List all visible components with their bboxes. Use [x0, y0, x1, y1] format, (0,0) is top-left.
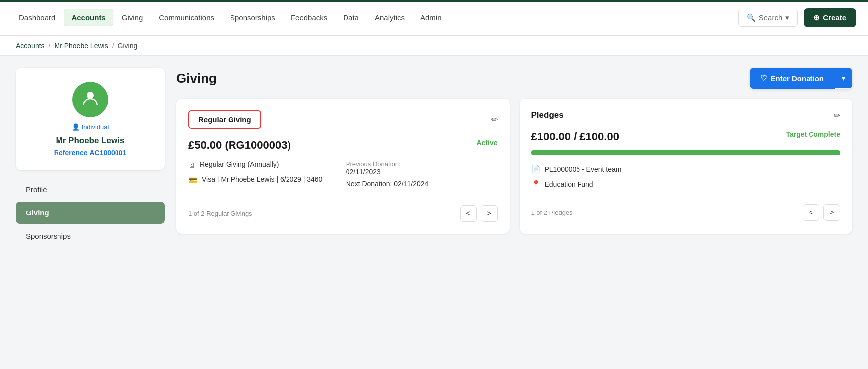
search-icon: 🔍 [747, 13, 756, 22]
pledges-title: Pledges [531, 110, 564, 120]
profile-name: Mr Phoebe Lewis [26, 136, 155, 146]
target-complete-badge: Target Complete [786, 130, 840, 138]
breadcrumb-sep-1: / [49, 42, 51, 50]
nav-item-accounts[interactable]: Accounts [64, 9, 113, 26]
breadcrumb-sep-2: / [112, 42, 114, 50]
sidebar-nav: Profile Giving Sponsorships [16, 178, 165, 247]
giving-detail-left: 🗓 Regular Giving (Annually) 💳 Visa | Mr … [188, 160, 340, 188]
nav-item-admin[interactable]: Admin [413, 9, 449, 26]
progress-bar-container [531, 150, 841, 155]
document-icon: 📄 [531, 165, 541, 174]
avatar [72, 82, 108, 117]
nav-item-feedbacks[interactable]: Feedbacks [284, 9, 334, 26]
sidebar-item-sponsorships[interactable]: Sponsorships [16, 225, 165, 247]
content-area: Giving ♡ Enter Donation ▾ Regular Giving… [176, 68, 852, 356]
nav-item-data[interactable]: Data [336, 9, 366, 26]
profile-reference: Reference AC1000001 [26, 149, 155, 157]
status-badge: Active [476, 139, 497, 147]
pledges-pagination-label: 1 of 2 Pledges [531, 209, 573, 216]
breadcrumb: Accounts / Mr Phoebe Lewis / Giving [0, 36, 868, 56]
pledges-edit-icon[interactable]: ✏ [834, 111, 840, 120]
chevron-down-icon: ▾ [785, 13, 789, 22]
pledge-amount: £100.00 / £100.00 [531, 130, 619, 143]
svg-point-0 [87, 92, 94, 99]
person-icon [81, 89, 99, 110]
pledges-prev-btn[interactable]: < [803, 204, 819, 221]
previous-donation-label: Previous Donation: [346, 160, 498, 168]
individual-badge: 👤 Individual [26, 123, 155, 131]
pledges-card-footer: 1 of 2 Pledges < > [531, 197, 841, 221]
regular-giving-prev-btn[interactable]: < [460, 205, 477, 222]
regular-giving-tab[interactable]: Regular Giving [188, 110, 261, 129]
calendar-icon: 🗓 [188, 161, 196, 169]
giving-details: 🗓 Regular Giving (Annually) 💳 Visa | Mr … [188, 160, 498, 188]
enter-donation-main-button[interactable]: ♡ Enter Donation [750, 68, 835, 89]
nav-item-giving[interactable]: Giving [115, 9, 150, 26]
sidebar-item-profile[interactable]: Profile [16, 178, 165, 201]
pledges-card: Pledges ✏ £100.00 / £100.00 Target Compl… [520, 99, 853, 234]
credit-card-icon: 💳 [188, 176, 198, 185]
breadcrumb-person[interactable]: Mr Phoebe Lewis [54, 42, 108, 50]
regular-giving-pagination-btns: < > [460, 205, 498, 222]
regular-giving-card-footer: 1 of 2 Regular Givings < > [188, 198, 498, 222]
heart-icon: ♡ [760, 74, 767, 83]
payment-row: 💳 Visa | Mr Phoebe Lewis | 6/2029 | 3460 [188, 175, 340, 185]
pledges-next-btn[interactable]: > [823, 204, 840, 221]
pledge-id-text: PL1000005 - Event team [545, 165, 622, 173]
pledge-fund-row: 📍 Education Fund [531, 180, 841, 189]
sidebar: 👤 Individual Mr Phoebe Lewis Reference A… [16, 68, 165, 356]
payment-text: Visa | Mr Phoebe Lewis | 6/2029 | 3460 [202, 175, 322, 183]
page-title: Giving [176, 71, 217, 86]
content-header: Giving ♡ Enter Donation ▾ [176, 68, 852, 89]
enter-donation-label: Enter Donation [771, 74, 824, 83]
nav-item-analytics[interactable]: Analytics [368, 9, 411, 26]
create-button[interactable]: ⊕ Create [804, 8, 856, 27]
next-donation-date: 02/11/2024 [394, 180, 428, 188]
breadcrumb-current: Giving [118, 42, 138, 50]
chevron-down-icon: ▾ [842, 74, 845, 82]
profile-card: 👤 Individual Mr Phoebe Lewis Reference A… [16, 68, 165, 170]
nav-item-sponsorships[interactable]: Sponsorships [223, 9, 282, 26]
progress-bar-fill [531, 150, 841, 155]
frequency-row: 🗓 Regular Giving (Annually) [188, 160, 340, 169]
next-donation-row: Next Donation: 02/11/2024 [346, 180, 498, 188]
main-content: 👤 Individual Mr Phoebe Lewis Reference A… [0, 56, 868, 368]
regular-giving-card: Regular Giving ✏ £50.00 (RG1000003) Acti… [176, 99, 510, 234]
reference-value: AC1000001 [89, 149, 126, 157]
main-nav: Dashboard Accounts Giving Communications… [12, 9, 738, 26]
pledge-id-row: 📄 PL1000005 - Event team [531, 165, 841, 174]
person-small-icon: 👤 [72, 123, 80, 131]
giving-amount: £50.00 (RG1000003) Active [188, 139, 498, 152]
pledge-fund-text: Education Fund [545, 180, 593, 188]
reference-label: Reference [54, 149, 88, 157]
next-donation-label: Next Donation: [346, 180, 392, 188]
breadcrumb-accounts[interactable]: Accounts [16, 42, 45, 50]
giving-detail-right: Previous Donation: 02/11/2023 Next Donat… [346, 160, 498, 188]
topbar-accent-border [0, 0, 868, 2]
pledge-details: 📄 PL1000005 - Event team 📍 Education Fun… [531, 165, 841, 189]
pledges-pagination-btns: < > [803, 204, 840, 221]
previous-donation-date: 02/11/2023 [346, 168, 498, 176]
previous-donation-group: Previous Donation: 02/11/2023 [346, 160, 498, 176]
nav-item-dashboard[interactable]: Dashboard [12, 9, 62, 26]
sidebar-item-giving[interactable]: Giving [16, 202, 165, 224]
topbar: Dashboard Accounts Giving Communications… [0, 0, 868, 36]
edit-icon[interactable]: ✏ [491, 115, 498, 124]
search-button[interactable]: 🔍 Search ▾ [738, 9, 798, 27]
search-label: Search [759, 13, 783, 22]
cards-row: Regular Giving ✏ £50.00 (RG1000003) Acti… [176, 99, 852, 234]
plus-circle-icon: ⊕ [813, 13, 820, 22]
regular-giving-pagination-label: 1 of 2 Regular Givings [188, 210, 252, 217]
regular-giving-next-btn[interactable]: > [481, 205, 498, 222]
nav-item-communications[interactable]: Communications [152, 9, 221, 26]
enter-donation-dropdown-button[interactable]: ▾ [835, 68, 852, 88]
topbar-right: 🔍 Search ▾ ⊕ Create [738, 8, 856, 27]
pledges-card-header: Pledges ✏ [531, 110, 841, 120]
enter-donation-btn-group: ♡ Enter Donation ▾ [750, 68, 853, 89]
create-label: Create [823, 13, 846, 22]
pledge-amount-row: £100.00 / £100.00 Target Complete [531, 130, 841, 143]
frequency-text: Regular Giving (Annually) [200, 160, 279, 168]
regular-giving-card-header: Regular Giving ✏ [188, 110, 498, 129]
location-icon: 📍 [531, 180, 541, 189]
amount-value: £50.00 (RG1000003) [188, 139, 291, 151]
